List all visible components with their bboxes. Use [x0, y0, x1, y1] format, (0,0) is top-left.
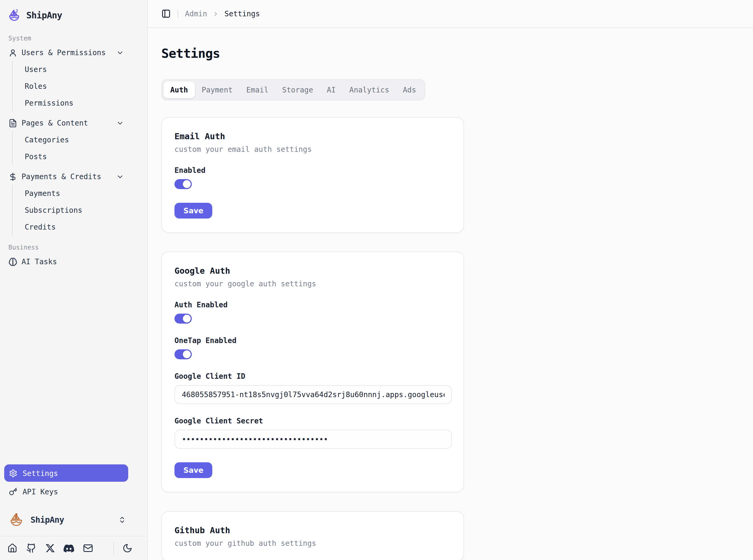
settings-tabs: Auth Payment Email Storage AI Analytics …	[161, 79, 425, 100]
switch-knob	[183, 180, 191, 188]
team-name: ShipAny	[31, 515, 64, 524]
google-auth-card: Google Auth custom your google auth sett…	[161, 252, 464, 492]
sidebar-group-label: Payments & Credits	[22, 172, 101, 181]
brain-icon	[8, 257, 17, 266]
google-client-secret-field: Google Client Secret	[175, 417, 451, 448]
email-auth-card: Email Auth custom your email auth settin…	[161, 117, 464, 233]
chevron-right-icon	[212, 10, 219, 17]
sidebar-toggle-icon[interactable]	[161, 9, 171, 18]
switch-knob	[183, 315, 191, 323]
email-save-button[interactable]: Save	[175, 203, 212, 219]
sidebar-section-label-system: System	[4, 32, 143, 44]
social-divider	[114, 541, 114, 555]
card-title: Google Auth	[175, 266, 451, 276]
google-save-button[interactable]: Save	[175, 462, 212, 478]
sidebar-item-settings[interactable]: Settings	[4, 464, 128, 482]
tab-auth[interactable]: Auth	[163, 81, 195, 98]
sidebar-item-label: Settings	[23, 469, 58, 477]
google-auth-enabled-field: Auth Enabled	[175, 300, 451, 324]
field-label: Google Client Secret	[175, 417, 451, 425]
google-auth-enabled-switch[interactable]	[175, 314, 192, 324]
sidebar-item-permissions[interactable]: Permissions	[13, 95, 128, 112]
card-subtitle: custom your github auth settings	[175, 539, 451, 547]
sidebar-item-posts[interactable]: Posts	[13, 148, 128, 165]
moon-theme-icon[interactable]	[119, 540, 135, 556]
sidebar-group-pages-content[interactable]: Pages & Content	[4, 115, 128, 131]
google-client-secret-input[interactable]	[175, 430, 452, 448]
x-twitter-icon[interactable]	[42, 540, 58, 556]
google-client-id-input[interactable]	[175, 385, 452, 404]
sidebar-group-label: Pages & Content	[22, 119, 88, 127]
card-title: Github Auth	[175, 525, 451, 535]
breadcrumb-admin[interactable]: Admin	[185, 9, 207, 18]
app-title: ShipAny	[26, 10, 62, 20]
google-onetap-enabled-switch[interactable]	[175, 349, 192, 359]
email-enabled-switch[interactable]	[175, 179, 192, 189]
tab-ai[interactable]: AI	[320, 81, 343, 98]
settings-content: Settings Auth Payment Email Storage AI A…	[148, 28, 753, 560]
github-icon[interactable]	[23, 540, 39, 556]
sidebar-sublist-users-permissions: Users Roles Permissions	[12, 61, 128, 112]
tab-email[interactable]: Email	[239, 81, 275, 98]
breadcrumb-settings: Settings	[224, 9, 260, 18]
svg-text:2: 2	[16, 9, 18, 14]
sidebar-nav: Users & Permissions Users Roles Permissi…	[4, 44, 128, 270]
sidebar-social-strip	[0, 536, 147, 560]
dollar-icon	[8, 172, 17, 181]
sidebar-item-categories[interactable]: Categories	[13, 131, 128, 148]
sidebar-item-label: AI Tasks	[22, 257, 57, 266]
mail-icon[interactable]	[80, 540, 96, 556]
chevrons-up-down-icon	[118, 516, 126, 523]
top-header: Admin Settings	[148, 0, 753, 28]
google-onetap-enabled-field: OneTap Enabled	[175, 336, 451, 359]
sidebar-item-subscriptions[interactable]: Subscriptions	[13, 202, 128, 219]
sidebar-item-credits[interactable]: Credits	[13, 219, 128, 235]
team-switcher[interactable]: ShipAny	[4, 507, 143, 532]
sailboat-logo-icon: 2	[7, 8, 21, 22]
chevron-down-icon	[116, 48, 124, 57]
sidebar-group-label: Users & Permissions	[22, 48, 106, 57]
sidebar-group-payments-credits[interactable]: Payments & Credits	[4, 168, 128, 185]
user-icon	[8, 48, 17, 57]
chevron-down-icon	[116, 119, 124, 127]
key-icon	[9, 487, 17, 496]
header-divider	[178, 9, 178, 18]
home-icon[interactable]	[4, 540, 20, 556]
card-subtitle: custom your email auth settings	[175, 145, 451, 154]
sidebar-item-ai-tasks[interactable]: AI Tasks	[4, 253, 128, 270]
tab-payment[interactable]: Payment	[195, 81, 239, 98]
file-text-icon	[8, 118, 17, 127]
app-root: 2 ShipAny System Users & Permissions Use…	[0, 0, 753, 560]
google-client-id-field: Google Client ID	[175, 372, 451, 404]
sidebar: 2 ShipAny System Users & Permissions Use…	[0, 0, 148, 560]
sidebar-item-roles[interactable]: Roles	[13, 78, 128, 95]
tab-storage[interactable]: Storage	[275, 81, 320, 98]
sidebar-group-users-permissions[interactable]: Users & Permissions	[4, 44, 128, 61]
sailboat-footer-icon	[8, 512, 24, 527]
breadcrumb: Admin Settings	[185, 9, 260, 18]
sidebar-item-api-keys[interactable]: API Keys	[4, 483, 128, 500]
field-label: Auth Enabled	[175, 300, 451, 309]
tab-analytics[interactable]: Analytics	[343, 81, 396, 98]
card-title: Email Auth	[175, 131, 451, 141]
sidebar-sublist-payments-credits: Payments Subscriptions Credits	[12, 185, 128, 235]
switch-knob	[183, 351, 191, 358]
sidebar-section-label-business: Business	[4, 241, 128, 253]
gear-icon	[9, 469, 17, 477]
email-enabled-field: Enabled	[175, 166, 451, 189]
github-auth-card: Github Auth custom your github auth sett…	[161, 511, 464, 560]
field-label: Google Client ID	[175, 372, 451, 380]
sidebar-item-label: API Keys	[23, 487, 58, 496]
sidebar-sublist-pages-content: Categories Posts	[12, 131, 128, 165]
field-label: OneTap Enabled	[175, 336, 451, 345]
chevron-down-icon	[116, 173, 124, 180]
discord-icon[interactable]	[61, 540, 77, 556]
sidebar-item-users[interactable]: Users	[13, 61, 128, 78]
card-subtitle: custom your google auth settings	[175, 279, 451, 288]
tab-ads[interactable]: Ads	[396, 81, 423, 98]
app-logo[interactable]: 2 ShipAny	[4, 4, 143, 26]
sidebar-item-payments[interactable]: Payments	[13, 185, 128, 202]
field-label: Enabled	[175, 166, 451, 175]
main-area: Admin Settings Settings Auth Payment Ema…	[148, 0, 753, 560]
page-title: Settings	[161, 46, 739, 61]
